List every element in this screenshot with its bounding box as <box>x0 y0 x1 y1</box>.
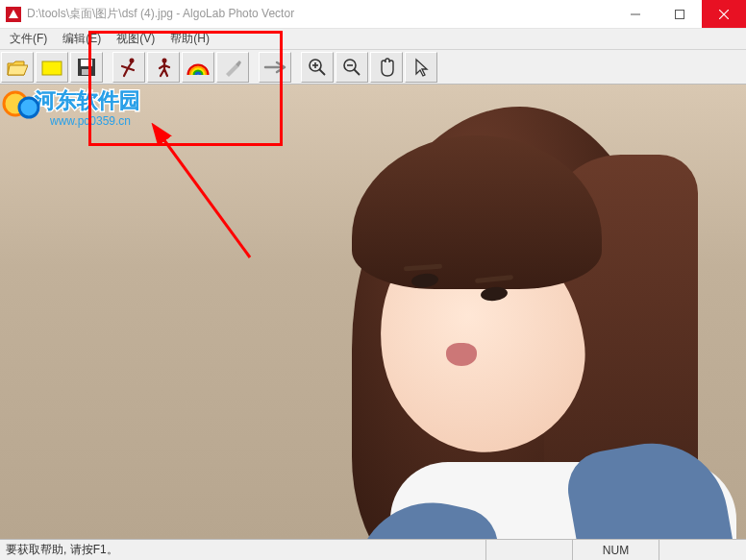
svg-point-22 <box>4 92 27 115</box>
pointer-icon <box>411 57 431 78</box>
hand-icon <box>376 57 397 78</box>
window-title: D:\tools\桌面\图片\dsf (4).jpg - AlgoLab Pho… <box>27 6 613 22</box>
svg-rect-7 <box>42 61 62 75</box>
man-figure-button[interactable] <box>147 52 180 83</box>
close-button[interactable] <box>702 0 746 28</box>
toolbar <box>0 50 746 85</box>
svg-rect-9 <box>81 60 92 66</box>
brush-button[interactable] <box>216 52 249 83</box>
menubar: 文件(F) 编辑(E) 视图(V) 帮助(H) <box>0 29 746 50</box>
status-cell-blank2 <box>659 540 746 560</box>
menu-help[interactable]: 帮助(H) <box>164 29 215 49</box>
svg-line-14 <box>319 69 325 75</box>
open-button[interactable] <box>1 52 34 83</box>
walking-man-icon <box>153 57 174 78</box>
minimize-button[interactable] <box>613 0 658 28</box>
folder-open-icon <box>7 58 28 77</box>
menu-edit[interactable]: 编辑(E) <box>57 29 107 49</box>
status-cell-num: NUM <box>573 540 659 560</box>
svg-rect-2 <box>676 10 684 18</box>
watermark-text: 河东软件园 <box>34 88 140 112</box>
menu-view[interactable]: 视图(V) <box>111 29 161 49</box>
arrow-tool-button[interactable] <box>259 52 291 83</box>
svg-point-23 <box>19 98 38 117</box>
svg-marker-6 <box>8 65 28 75</box>
rainbow-icon <box>186 58 210 77</box>
watermark-url: www.pc0359.cn <box>49 114 131 128</box>
brush-icon <box>222 57 243 78</box>
svg-rect-10 <box>82 69 91 75</box>
maximize-button[interactable] <box>658 0 702 28</box>
titlebar: D:\tools\桌面\图片\dsf (4).jpg - AlgoLab Pho… <box>0 0 746 29</box>
zoom-in-button[interactable] <box>301 52 334 83</box>
svg-text:河东软件园: 河东软件园 <box>34 88 140 112</box>
photo-content <box>179 85 746 539</box>
zoom-in-icon <box>307 57 328 78</box>
svg-line-18 <box>354 69 360 75</box>
zoom-out-icon <box>341 57 362 78</box>
running-man-icon <box>118 57 139 78</box>
status-help-text: 要获取帮助, 请按F1。 <box>0 540 486 560</box>
folder-yellow-icon <box>41 58 62 77</box>
run-figure-button[interactable] <box>112 52 145 83</box>
hand-tool-button[interactable] <box>370 52 403 83</box>
statusbar: 要获取帮助, 请按F1。 NUM <box>0 539 746 560</box>
open-alt-button[interactable] <box>36 52 68 83</box>
double-arrow-icon <box>263 59 286 76</box>
menu-file[interactable]: 文件(F) <box>4 29 53 49</box>
status-cell-blank1 <box>486 540 573 560</box>
save-icon <box>77 58 96 77</box>
image-canvas[interactable]: 河东软件园 河东软件园 www.pc0359.cn <box>0 85 746 539</box>
save-button[interactable] <box>70 52 103 83</box>
window-controls <box>613 0 746 28</box>
pointer-tool-button[interactable] <box>405 52 437 83</box>
zoom-out-button[interactable] <box>336 52 368 83</box>
app-icon <box>6 7 21 22</box>
rainbow-button[interactable] <box>182 52 214 83</box>
